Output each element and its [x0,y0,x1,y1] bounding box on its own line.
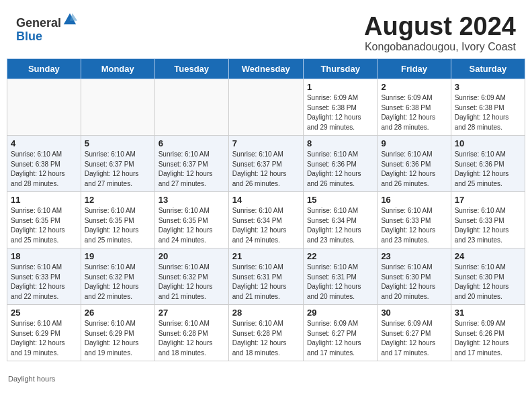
calendar-day-cell: 31Sunrise: 6:09 AM Sunset: 6:26 PM Dayli… [451,305,525,361]
day-number: 8 [307,138,373,148]
calendar-day-cell [7,79,81,136]
calendar-day-cell: 26Sunrise: 6:10 AM Sunset: 6:29 PM Dayli… [81,305,154,361]
day-info: Sunrise: 6:10 AM Sunset: 6:37 PM Dayligh… [232,150,300,189]
day-info: Sunrise: 6:10 AM Sunset: 6:28 PM Dayligh… [159,319,225,358]
logo-general: General [16,16,61,30]
day-info: Sunrise: 6:10 AM Sunset: 6:35 PM Dayligh… [159,206,225,245]
dow-header: Monday [81,59,154,79]
calendar-body: 1Sunrise: 6:09 AM Sunset: 6:38 PM Daylig… [7,79,525,361]
calendar-day-cell: 28Sunrise: 6:10 AM Sunset: 6:28 PM Dayli… [228,305,303,361]
calendar-day-cell: 27Sunrise: 6:10 AM Sunset: 6:28 PM Dayli… [154,305,228,361]
day-info: Sunrise: 6:10 AM Sunset: 6:38 PM Dayligh… [11,150,77,189]
day-info: Sunrise: 6:09 AM Sunset: 6:38 PM Dayligh… [381,93,447,132]
day-info: Sunrise: 6:09 AM Sunset: 6:38 PM Dayligh… [307,93,373,132]
day-number: 13 [159,195,225,205]
day-number: 29 [307,308,373,318]
calendar-day-cell: 4Sunrise: 6:10 AM Sunset: 6:38 PM Daylig… [7,136,81,192]
calendar-day-cell: 7Sunrise: 6:10 AM Sunset: 6:37 PM Daylig… [228,136,303,192]
calendar-day-cell: 1Sunrise: 6:09 AM Sunset: 6:38 PM Daylig… [303,79,377,136]
day-number: 25 [11,308,77,318]
calendar-table: SundayMondayTuesdayWednesdayThursdayFrid… [7,58,525,361]
day-number: 15 [307,195,373,205]
calendar-day-cell: 15Sunrise: 6:10 AM Sunset: 6:34 PM Dayli… [303,192,377,248]
calendar-day-cell: 11Sunrise: 6:10 AM Sunset: 6:35 PM Dayli… [7,192,81,248]
day-number: 2 [381,82,447,92]
logo-icon [62,12,77,27]
day-info: Sunrise: 6:10 AM Sunset: 6:36 PM Dayligh… [307,150,373,189]
day-info: Sunrise: 6:09 AM Sunset: 6:27 PM Dayligh… [307,319,373,358]
main-title: August 2024 [364,12,516,41]
day-number: 14 [232,195,300,205]
day-of-week-row: SundayMondayTuesdayWednesdayThursdayFrid… [7,59,525,79]
day-number: 7 [232,138,300,148]
day-info: Sunrise: 6:10 AM Sunset: 6:31 PM Dayligh… [232,263,300,302]
day-number: 30 [381,308,447,318]
day-info: Sunrise: 6:10 AM Sunset: 6:34 PM Dayligh… [232,206,300,245]
calendar-day-cell: 2Sunrise: 6:09 AM Sunset: 6:38 PM Daylig… [378,79,451,136]
day-number: 18 [11,251,77,261]
day-number: 1 [307,82,373,92]
day-number: 28 [232,308,300,318]
calendar-day-cell: 29Sunrise: 6:09 AM Sunset: 6:27 PM Dayli… [303,305,377,361]
day-info: Sunrise: 6:10 AM Sunset: 6:35 PM Dayligh… [11,206,77,245]
day-number: 19 [85,251,151,261]
calendar-day-cell: 14Sunrise: 6:10 AM Sunset: 6:34 PM Dayli… [228,192,303,248]
day-info: Sunrise: 6:09 AM Sunset: 6:27 PM Dayligh… [381,319,447,358]
day-info: Sunrise: 6:10 AM Sunset: 6:32 PM Dayligh… [85,263,151,302]
calendar-day-cell: 22Sunrise: 6:10 AM Sunset: 6:31 PM Dayli… [303,248,377,305]
calendar-day-cell: 25Sunrise: 6:10 AM Sunset: 6:29 PM Dayli… [7,305,81,361]
dow-header: Tuesday [154,59,228,79]
page-header: General Blue August 2024 Kongobanadougou… [0,0,532,58]
day-info: Sunrise: 6:10 AM Sunset: 6:29 PM Dayligh… [11,319,77,358]
calendar-week-row: 4Sunrise: 6:10 AM Sunset: 6:38 PM Daylig… [7,136,525,192]
logo: General Blue [16,12,77,44]
calendar-day-cell: 9Sunrise: 6:10 AM Sunset: 6:36 PM Daylig… [378,136,451,192]
day-number: 6 [159,138,225,148]
day-number: 4 [11,138,77,148]
dow-header: Wednesday [228,59,303,79]
calendar-wrap: SundayMondayTuesdayWednesdayThursdayFrid… [0,58,532,373]
day-number: 26 [85,308,151,318]
calendar-day-cell: 16Sunrise: 6:10 AM Sunset: 6:33 PM Dayli… [378,192,451,248]
day-number: 10 [455,138,521,148]
day-info: Sunrise: 6:09 AM Sunset: 6:38 PM Dayligh… [455,93,521,132]
calendar-day-cell: 6Sunrise: 6:10 AM Sunset: 6:37 PM Daylig… [154,136,228,192]
calendar-day-cell: 24Sunrise: 6:10 AM Sunset: 6:30 PM Dayli… [451,248,525,305]
calendar-week-row: 25Sunrise: 6:10 AM Sunset: 6:29 PM Dayli… [7,305,525,361]
day-number: 9 [381,138,447,148]
day-info: Sunrise: 6:10 AM Sunset: 6:30 PM Dayligh… [455,263,521,302]
day-number: 20 [159,251,225,261]
calendar-week-row: 18Sunrise: 6:10 AM Sunset: 6:33 PM Dayli… [7,248,525,305]
calendar-day-cell: 17Sunrise: 6:10 AM Sunset: 6:33 PM Dayli… [451,192,525,248]
calendar-day-cell: 23Sunrise: 6:10 AM Sunset: 6:30 PM Dayli… [378,248,451,305]
day-info: Sunrise: 6:10 AM Sunset: 6:33 PM Dayligh… [455,206,521,245]
day-number: 22 [307,251,373,261]
day-info: Sunrise: 6:10 AM Sunset: 6:32 PM Dayligh… [159,263,225,302]
day-number: 16 [381,195,447,205]
day-number: 31 [455,308,521,318]
calendar-day-cell: 30Sunrise: 6:09 AM Sunset: 6:27 PM Dayli… [378,305,451,361]
day-info: Sunrise: 6:10 AM Sunset: 6:36 PM Dayligh… [381,150,447,189]
day-info: Sunrise: 6:10 AM Sunset: 6:28 PM Dayligh… [232,319,300,358]
calendar-day-cell [81,79,154,136]
day-info: Sunrise: 6:10 AM Sunset: 6:37 PM Dayligh… [85,150,151,189]
day-info: Sunrise: 6:10 AM Sunset: 6:33 PM Dayligh… [381,206,447,245]
day-info: Sunrise: 6:10 AM Sunset: 6:35 PM Dayligh… [85,206,151,245]
dow-header: Saturday [451,59,525,79]
calendar-week-row: 11Sunrise: 6:10 AM Sunset: 6:35 PM Dayli… [7,192,525,248]
day-info: Sunrise: 6:10 AM Sunset: 6:33 PM Dayligh… [11,263,77,302]
day-info: Sunrise: 6:10 AM Sunset: 6:37 PM Dayligh… [159,150,225,189]
calendar-day-cell [154,79,228,136]
calendar-day-cell: 13Sunrise: 6:10 AM Sunset: 6:35 PM Dayli… [154,192,228,248]
dow-header: Friday [378,59,451,79]
day-number: 12 [85,195,151,205]
day-number: 27 [159,308,225,318]
day-info: Sunrise: 6:10 AM Sunset: 6:36 PM Dayligh… [455,150,521,189]
dow-header: Sunday [7,59,81,79]
day-info: Sunrise: 6:10 AM Sunset: 6:30 PM Dayligh… [381,263,447,302]
calendar-day-cell: 19Sunrise: 6:10 AM Sunset: 6:32 PM Dayli… [81,248,154,305]
footer-note: Daylight hours [0,373,532,387]
calendar-day-cell: 12Sunrise: 6:10 AM Sunset: 6:35 PM Dayli… [81,192,154,248]
day-number: 17 [455,195,521,205]
calendar-day-cell: 5Sunrise: 6:10 AM Sunset: 6:37 PM Daylig… [81,136,154,192]
